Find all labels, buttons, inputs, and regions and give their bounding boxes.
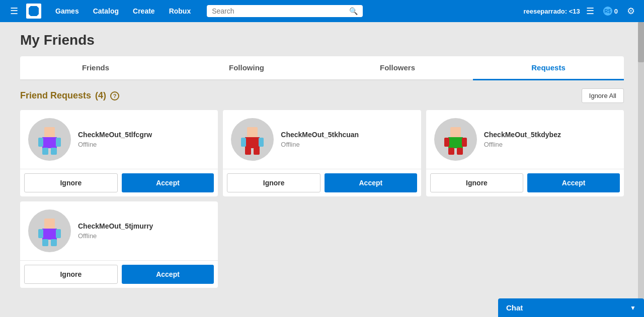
robux-icon: R$ (603, 7, 612, 16)
accept-button[interactable]: Accept (527, 173, 620, 192)
card-top: CheckMeOut_5tkdybez Offline (426, 110, 624, 169)
svg-rect-3 (56, 138, 61, 147)
svg-rect-4 (42, 148, 48, 155)
card-top: CheckMeOut_5tkhcuan Offline (223, 110, 421, 169)
ignore-button[interactable]: Ignore (24, 173, 118, 192)
svg-rect-6 (247, 127, 258, 137)
nav-robux-link[interactable]: Robux (163, 4, 197, 18)
svg-rect-8 (241, 138, 246, 147)
card-info: CheckMeOut_5tkdybez Offline (484, 131, 616, 148)
svg-rect-13 (448, 137, 463, 148)
svg-rect-19 (42, 229, 57, 240)
section-header: Friend Requests (4) ? Ignore All (20, 88, 624, 103)
page-title: My Friends (20, 32, 624, 48)
card-top: CheckMeOut_5tjmurry Offline (20, 201, 218, 260)
section-title: Friend Requests (4) ? (20, 90, 119, 101)
card-info: CheckMeOut_5tjmurry Offline (78, 222, 210, 240)
ignore-all-button[interactable]: Ignore All (582, 88, 624, 103)
svg-rect-23 (51, 239, 57, 246)
tab-requests[interactable]: Requests (473, 56, 624, 80)
ignore-button[interactable]: Ignore (430, 173, 524, 192)
avatar (28, 209, 71, 252)
svg-rect-11 (254, 148, 260, 155)
card-status: Offline (484, 141, 616, 148)
svg-rect-14 (444, 138, 449, 147)
svg-rect-9 (259, 138, 264, 147)
svg-rect-10 (245, 148, 251, 155)
ignore-button[interactable]: Ignore (24, 265, 118, 284)
chat-chevron-icon: ▼ (630, 304, 636, 311)
card-info: CheckMeOut_5tkhcuan Offline (281, 131, 413, 148)
svg-rect-5 (51, 148, 57, 155)
friend-requests-grid: CheckMeOut_5tlfcgrw Offline Ignore Accep… (20, 110, 624, 288)
chat-label: Chat (506, 303, 523, 312)
settings-icon[interactable]: ⚙ (624, 4, 638, 19)
nav-links: Games Catalog Create Robux (49, 4, 197, 18)
card-status: Offline (78, 141, 210, 148)
avatar (28, 118, 71, 161)
avatar (434, 118, 477, 161)
card-actions: Ignore Accept (223, 169, 421, 196)
friend-request-card: CheckMeOut_5tkdybez Offline Ignore Accep… (426, 110, 624, 196)
search-input[interactable] (212, 7, 349, 15)
tabs-container: Friends Following Followers Requests (20, 56, 624, 80)
chat-bar[interactable]: Chat ▼ (498, 298, 644, 317)
tab-following[interactable]: Following (171, 56, 322, 80)
svg-rect-2 (38, 138, 43, 147)
svg-rect-12 (450, 127, 461, 137)
nav-right-section: reeseparrado: <13 ☰ R$ 0 ⚙ (523, 4, 638, 19)
roblox-logo[interactable] (26, 4, 41, 19)
tab-followers[interactable]: Followers (322, 56, 473, 80)
card-username: CheckMeOut_5tjmurry (78, 222, 210, 230)
info-icon[interactable]: ? (110, 91, 119, 100)
svg-rect-18 (44, 219, 55, 229)
card-top: CheckMeOut_5tlfcgrw Offline (20, 110, 218, 169)
svg-rect-1 (42, 137, 57, 148)
robux-count: 0 (614, 8, 618, 15)
search-icon: 🔍 (349, 7, 358, 15)
hamburger-menu-icon[interactable]: ☰ (6, 4, 22, 19)
card-actions: Ignore Accept (20, 169, 218, 196)
svg-rect-7 (245, 137, 260, 148)
accept-button[interactable]: Accept (325, 173, 417, 192)
svg-rect-0 (44, 127, 55, 137)
svg-rect-20 (38, 229, 43, 238)
scrollbar[interactable] (638, 22, 644, 317)
friend-request-card: CheckMeOut_5tjmurry Offline Ignore Accep… (20, 201, 218, 288)
nav-games-link[interactable]: Games (49, 4, 85, 18)
card-actions: Ignore Accept (426, 169, 624, 196)
card-username: CheckMeOut_5tkdybez (484, 131, 616, 139)
notifications-icon[interactable]: ☰ (583, 4, 597, 19)
requests-section: Friend Requests (4) ? Ignore All (20, 80, 624, 296)
section-count: (4) (95, 90, 106, 101)
card-username: CheckMeOut_5tlfcgrw (78, 131, 210, 139)
card-info: CheckMeOut_5tlfcgrw Offline (78, 131, 210, 148)
friend-request-card: CheckMeOut_5tlfcgrw Offline Ignore Accep… (20, 110, 218, 196)
card-status: Offline (281, 141, 413, 148)
svg-rect-21 (56, 229, 61, 238)
nav-catalog-link[interactable]: Catalog (87, 4, 125, 18)
card-status: Offline (78, 232, 210, 240)
section-title-text: Friend Requests (20, 90, 91, 101)
tab-friends[interactable]: Friends (20, 56, 171, 80)
card-actions: Ignore Accept (20, 260, 218, 288)
username-display: reeseparrado: <13 (523, 8, 580, 15)
svg-rect-22 (42, 239, 48, 246)
svg-rect-17 (457, 148, 463, 155)
navbar: ☰ Games Catalog Create Robux 🔍 reeseparr… (0, 0, 644, 22)
scrollbar-thumb[interactable] (638, 22, 644, 62)
search-bar: 🔍 (207, 5, 363, 17)
svg-rect-15 (462, 138, 467, 147)
main-content: My Friends Friends Following Followers R… (0, 22, 644, 317)
nav-create-link[interactable]: Create (127, 4, 161, 18)
accept-button[interactable]: Accept (122, 173, 214, 192)
robux-display[interactable]: R$ 0 (600, 5, 621, 18)
friend-request-card: CheckMeOut_5tkhcuan Offline Ignore Accep… (223, 110, 421, 196)
accept-button[interactable]: Accept (122, 265, 214, 284)
card-username: CheckMeOut_5tkhcuan (281, 131, 413, 139)
svg-rect-16 (448, 148, 454, 155)
ignore-button[interactable]: Ignore (227, 173, 320, 192)
avatar (231, 118, 274, 161)
